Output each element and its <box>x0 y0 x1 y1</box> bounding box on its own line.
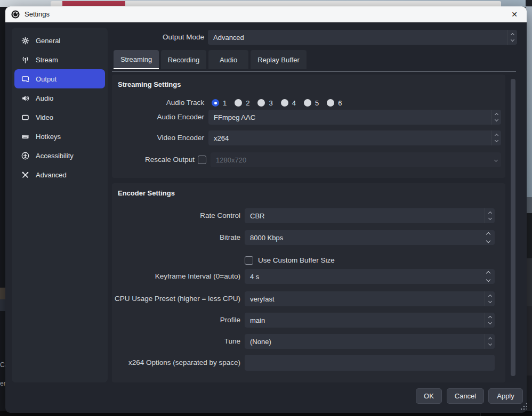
rescale-output-label: Rescale Output <box>112 152 195 167</box>
x264-options-input[interactable] <box>245 355 495 371</box>
rescale-resolution-value: 1280x720 <box>211 156 246 164</box>
output-icon <box>21 75 29 83</box>
sidebar-item-label: Hotkeys <box>36 133 61 141</box>
window-title: Settings <box>25 10 50 18</box>
radio-label: 5 <box>315 99 319 107</box>
streaming-settings-title: Streaming Settings <box>118 80 181 88</box>
chevron-updown-icon[interactable] <box>507 30 517 45</box>
sidebar-item-video[interactable]: Video <box>14 108 105 127</box>
cpu-preset-select[interactable]: veryfast <box>245 291 495 306</box>
output-mode-value: Advanced <box>208 34 244 42</box>
radio-track-4[interactable] <box>281 99 288 107</box>
sidebar-item-general[interactable]: General <box>14 31 105 50</box>
sidebar-item-label: General <box>36 37 60 45</box>
resize-grip[interactable] <box>520 403 527 410</box>
tools-icon <box>21 171 29 179</box>
sidebar-item-advanced[interactable]: Advanced <box>14 165 105 184</box>
rate-control-label: Rate Control <box>112 208 240 223</box>
bitrate-spinbox[interactable]: 8000 Kbps <box>245 230 495 245</box>
tab-recording[interactable]: Recording <box>161 50 206 69</box>
audio-encoder-select[interactable]: FFmpeg AAC <box>208 110 501 125</box>
profile-value: main <box>245 316 265 324</box>
video-encoder-select[interactable]: x264 <box>208 130 501 145</box>
tune-label: Tune <box>112 334 240 349</box>
close-icon[interactable]: ✕ <box>509 9 520 20</box>
tab-label: Replay Buffer <box>257 56 300 64</box>
bitrate-label: Bitrate <box>112 230 240 245</box>
obs-logo-icon <box>11 10 20 19</box>
tab-label: Audio <box>220 56 237 64</box>
tab-divider <box>112 71 516 72</box>
sidebar-item-label: Video <box>36 113 53 121</box>
sidebar-item-accessibility[interactable]: Accessibility <box>14 146 105 165</box>
audio-track-radio-group: 1 2 3 4 5 6 <box>212 95 346 110</box>
sidebar-item-audio[interactable]: Audio <box>14 88 105 108</box>
radio-track-5[interactable] <box>304 99 311 107</box>
radio-track-6[interactable] <box>327 99 334 107</box>
sidebar-item-stream[interactable]: Stream <box>14 50 105 69</box>
chevron-updown-icon[interactable] <box>491 110 501 125</box>
tab-streaming[interactable]: Streaming <box>114 50 159 69</box>
rate-control-value: CBR <box>245 212 264 220</box>
tab-replay-buffer[interactable]: Replay Buffer <box>251 50 307 69</box>
bitrate-value: 8000 Kbps <box>245 234 283 242</box>
accessibility-icon <box>21 152 29 160</box>
chevron-updown-icon[interactable] <box>491 130 501 145</box>
tab-label: Streaming <box>120 55 152 63</box>
sidebar-item-label: Accessibility <box>36 152 74 160</box>
sidebar-item-label: Stream <box>36 56 58 64</box>
tune-select[interactable]: (None) <box>245 334 495 349</box>
radio-track-1[interactable] <box>212 99 219 107</box>
output-mode-select[interactable]: Advanced <box>208 30 517 45</box>
output-mode-label: Output Mode <box>98 30 204 45</box>
chevron-updown-icon[interactable] <box>485 334 495 349</box>
custom-buffer-checkbox[interactable] <box>245 256 253 265</box>
keyframe-interval-value: 4 s <box>245 273 259 281</box>
sidebar-item-label: Advanced <box>36 171 67 179</box>
title-bar[interactable]: Settings ✕ <box>5 6 527 22</box>
audio-encoder-value: FFmpeg AAC <box>208 113 255 121</box>
speaker-icon <box>21 94 29 102</box>
tab-label: Recording <box>168 56 199 64</box>
cpu-preset-label: CPU Usage Preset (higher = less CPU) <box>112 291 240 306</box>
video-encoder-label: Video Encoder <box>112 130 204 145</box>
gear-icon <box>21 37 29 45</box>
radio-track-3[interactable] <box>257 99 265 107</box>
radio-label: 4 <box>292 99 296 107</box>
settings-sidebar: General Stream Output <box>12 28 108 382</box>
chevron-updown-icon[interactable] <box>485 208 495 223</box>
keyboard-icon <box>21 133 29 141</box>
chevron-down-icon <box>491 152 501 167</box>
tab-audio[interactable]: Audio <box>208 50 248 69</box>
radio-label: 2 <box>246 99 249 107</box>
vertical-scrollbar[interactable] <box>511 79 515 376</box>
tune-value: (None) <box>245 338 271 346</box>
radio-label: 1 <box>223 99 227 107</box>
settings-dialog: Settings ✕ General Stream <box>5 6 527 413</box>
cpu-preset-value: veryfast <box>245 295 275 303</box>
monitor-icon <box>21 113 29 121</box>
cancel-button[interactable]: Cancel <box>447 388 484 404</box>
keyframe-interval-label: Keyframe Interval (0=auto) <box>112 269 240 284</box>
rate-control-select[interactable]: CBR <box>245 208 495 223</box>
spinner-updown-icon[interactable] <box>482 269 495 284</box>
sidebar-item-hotkeys[interactable]: Hotkeys <box>14 127 105 146</box>
radio-label: 3 <box>269 99 272 107</box>
ok-button[interactable]: OK <box>416 388 442 404</box>
rescale-resolution-select: 1280x720 <box>211 152 501 167</box>
profile-label: Profile <box>112 313 240 328</box>
rescale-output-checkbox[interactable] <box>198 156 206 164</box>
sidebar-item-output[interactable]: Output <box>14 69 105 88</box>
sidebar-item-label: Audio <box>36 94 53 102</box>
radio-track-2[interactable] <box>235 99 242 107</box>
chevron-updown-icon[interactable] <box>485 313 495 328</box>
apply-button[interactable]: Apply <box>488 388 523 404</box>
spinner-updown-icon[interactable] <box>482 230 495 245</box>
audio-track-label: Audio Track <box>112 95 204 110</box>
profile-select[interactable]: main <box>245 313 495 328</box>
custom-buffer-label: Use Custom Buffer Size <box>258 253 335 268</box>
encoder-settings-title: Encoder Settings <box>118 189 175 197</box>
keyframe-interval-spinbox[interactable]: 4 s <box>245 269 495 284</box>
background-red-strip <box>62 1 125 6</box>
chevron-updown-icon[interactable] <box>485 291 495 306</box>
